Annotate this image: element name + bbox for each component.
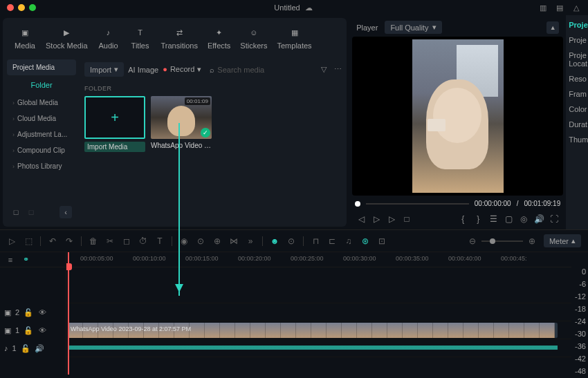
export-icon[interactable]: △ [571, 3, 581, 12]
panel-tabs: ▣Media ▶Stock Media ♪Audio TTitles ⇄Tran… [3, 18, 347, 55]
media-thumbnails: + Import Media 00:01:09 ✓ WhatsApp Video… [84, 96, 342, 152]
audio-waveform[interactable] [68, 341, 558, 354]
mark-in-icon[interactable]: { [458, 214, 468, 224]
tool-icon[interactable]: ⊓ [311, 236, 320, 246]
crop-icon[interactable]: ◻ [122, 236, 131, 246]
pointer-icon[interactable]: ▷ [7, 236, 17, 246]
tab-transitions[interactable]: ⇄Transitions [157, 23, 202, 53]
folder-icon[interactable]: □ [26, 207, 36, 217]
zoom-control[interactable]: ⊖ ⊕ [468, 236, 537, 246]
play-outline-icon[interactable]: ▷ [371, 214, 381, 224]
tab-effects[interactable]: ✦Effects [203, 23, 235, 53]
magnet-icon[interactable]: ⊛ [360, 236, 370, 246]
cloud-sync-icon[interactable]: ☁ [304, 3, 314, 12]
lock-icon[interactable]: 🔓 [24, 308, 33, 317]
music-icon[interactable]: ♫ [344, 236, 353, 246]
snapshot-icon[interactable]: ◎ [519, 214, 529, 224]
tool-icon[interactable]: ⊕ [212, 236, 222, 246]
maximize-window[interactable] [29, 4, 36, 11]
tab-stock-media[interactable]: ▶Stock Media [42, 23, 92, 53]
tool-icon[interactable]: ◉ [179, 236, 189, 246]
lock-icon[interactable]: 🔓 [21, 343, 30, 353]
eye-icon[interactable]: 👁 [37, 308, 47, 317]
video-clip[interactable]: WhatsApp Video 2023-09-28 at 2:07:57 PM [68, 323, 558, 338]
track-headers: ≡ ⚭ ▣2🔓👁 ▣1🔓👁 ♪1🔓🔊 [0, 252, 66, 375]
track-header[interactable]: ▣1🔓👁 [0, 321, 66, 339]
tool-icon[interactable]: ⊏ [327, 236, 337, 246]
minimize-window[interactable] [18, 4, 25, 11]
delete-icon[interactable]: 🗑 [89, 236, 98, 246]
prev-frame-icon[interactable]: ◁ [356, 214, 366, 224]
tab-titles[interactable]: TTitles [125, 23, 156, 53]
audio-track-1[interactable] [66, 339, 571, 357]
ratio-icon[interactable]: ☰ [488, 214, 498, 224]
zoom-out-icon[interactable]: ⊖ [468, 236, 477, 246]
close-window[interactable] [7, 4, 14, 11]
tool-icon[interactable]: ⊙ [196, 236, 205, 246]
zoom-in-icon[interactable]: ⊕ [527, 236, 537, 246]
prop-row: Color [569, 105, 585, 113]
text-icon[interactable]: T [155, 236, 165, 246]
timeline-tracks[interactable]: 00:00:05:0000:00:10:0000:00:15:0000:00:2… [66, 252, 571, 375]
new-folder-icon[interactable]: □ [11, 207, 21, 217]
ai-image-button[interactable]: AI Image [128, 66, 158, 74]
sidebar-header[interactable]: Project Media [7, 59, 76, 75]
quality-dropdown[interactable]: Full Quality▾ [385, 21, 442, 34]
time-ruler[interactable]: 00:00:05:0000:00:10:0000:00:15:0000:00:2… [66, 252, 571, 267]
sidebar-item-photos[interactable]: Photos Library [7, 158, 76, 174]
scrubber[interactable]: 00:00:00:00 / 00:01:09:19 [352, 196, 563, 211]
meter-button[interactable]: Meter▴ [544, 234, 581, 247]
sidebar-item-global[interactable]: Global Media [7, 95, 76, 111]
video-track-2[interactable] [66, 303, 571, 321]
import-button[interactable]: Import▾ [84, 62, 124, 77]
prop-row: Fram [569, 90, 585, 98]
stop-icon[interactable]: □ [402, 214, 412, 224]
sidebar-item-cloud[interactable]: Cloud Media [7, 111, 76, 126]
ai-icon[interactable]: ☻ [270, 236, 279, 246]
video-preview[interactable] [352, 37, 563, 196]
sidebar-item-adjustment[interactable]: Adjustment La... [7, 126, 76, 142]
collapse-sidebar[interactable]: ‹ [59, 206, 72, 218]
record-button[interactable]: ●Record▾ [163, 65, 201, 74]
import-media-thumb[interactable]: + Import Media [84, 96, 145, 152]
redo-icon[interactable]: ↷ [64, 236, 74, 246]
tab-templates[interactable]: ▦Templates [273, 23, 315, 53]
tab-stickers[interactable]: ☺Stickers [236, 23, 271, 53]
display-icon[interactable]: ▢ [504, 214, 513, 224]
link-icon[interactable]: ⚭ [21, 255, 30, 265]
play-icon[interactable]: ▷ [387, 214, 396, 224]
save-icon[interactable]: ▤ [555, 3, 564, 12]
more-icon[interactable]: ⋯ [333, 65, 342, 75]
tab-audio[interactable]: ♪Audio [93, 23, 124, 53]
link-icon[interactable]: ⊡ [377, 236, 387, 246]
video-track-1[interactable]: WhatsApp Video 2023-09-28 at 2:07:57 PM [66, 321, 571, 339]
search-media[interactable]: ⌕Search media [205, 64, 315, 75]
tool-icon[interactable]: ⊙ [286, 236, 296, 246]
filter-icon[interactable]: ▽ [319, 65, 329, 75]
player-label: Player [356, 23, 378, 32]
volume-icon[interactable]: 🔊 [534, 214, 544, 224]
fullscreen-icon[interactable]: ⛶ [549, 214, 559, 224]
chevron-down-icon: ▾ [432, 23, 437, 32]
thumbnail-icon[interactable]: ▲ [546, 21, 559, 34]
tool-icon[interactable]: » [246, 236, 255, 246]
undo-icon[interactable]: ↶ [48, 236, 57, 246]
settings-icon[interactable]: ≡ [6, 255, 15, 265]
tab-media[interactable]: ▣Media [10, 23, 40, 53]
sidebar-folder[interactable]: Folder [7, 75, 76, 95]
select-icon[interactable]: ⬚ [24, 236, 33, 246]
layout-icon[interactable]: ▥ [538, 3, 548, 12]
cut-icon[interactable]: ✂ [105, 236, 115, 246]
tool-icon[interactable]: ⋈ [229, 236, 239, 246]
track-header[interactable]: ▣2🔓👁 [0, 303, 66, 321]
video-thumb[interactable]: 00:01:09 ✓ WhatsApp Video 202... [151, 96, 212, 152]
mute-icon[interactable]: 🔊 [35, 343, 44, 353]
mark-out-icon[interactable]: } [473, 214, 483, 224]
speed-icon[interactable]: ⏱ [138, 236, 148, 246]
sidebar-item-compound[interactable]: Compound Clip [7, 142, 76, 158]
stock-icon: ▶ [60, 26, 73, 39]
lock-icon[interactable]: 🔓 [24, 325, 33, 335]
eye-icon[interactable]: 👁 [37, 325, 47, 335]
track-header[interactable]: ♪1🔓🔊 [0, 339, 66, 357]
playhead[interactable] [68, 252, 69, 375]
